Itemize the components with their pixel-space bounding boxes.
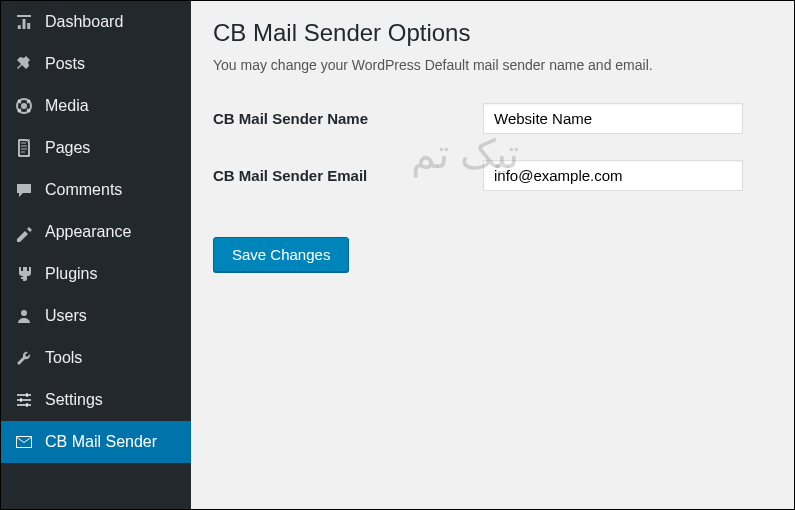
sender-name-input[interactable] — [483, 103, 743, 134]
svg-rect-9 — [26, 403, 28, 407]
svg-point-0 — [21, 103, 27, 109]
svg-rect-8 — [20, 398, 22, 402]
sidebar-item-plugins[interactable]: Plugins — [1, 253, 191, 295]
sidebar-item-label: Comments — [45, 181, 122, 199]
admin-sidebar: Dashboard Posts Media Pages Comments App… — [1, 1, 191, 509]
mail-icon — [13, 431, 35, 453]
tools-icon — [13, 347, 35, 369]
svg-rect-2 — [19, 140, 29, 156]
sidebar-item-label: Dashboard — [45, 13, 123, 31]
sidebar-item-label: Tools — [45, 349, 82, 367]
sidebar-item-label: CB Mail Sender — [45, 433, 157, 451]
sidebar-item-dashboard[interactable]: Dashboard — [1, 1, 191, 43]
media-icon — [13, 95, 35, 117]
sidebar-item-media[interactable]: Media — [1, 85, 191, 127]
sidebar-item-cb-mail-sender[interactable]: CB Mail Sender — [1, 421, 191, 463]
sender-email-row: CB Mail Sender Email — [213, 160, 772, 191]
sidebar-item-label: Posts — [45, 55, 85, 73]
comments-icon — [13, 179, 35, 201]
sidebar-item-comments[interactable]: Comments — [1, 169, 191, 211]
sender-email-input[interactable] — [483, 160, 743, 191]
page-title: CB Mail Sender Options — [213, 19, 772, 47]
sidebar-item-pages[interactable]: Pages — [1, 127, 191, 169]
svg-point-3 — [21, 310, 27, 316]
svg-rect-4 — [17, 394, 31, 396]
sidebar-item-label: Appearance — [45, 223, 131, 241]
sidebar-item-tools[interactable]: Tools — [1, 337, 191, 379]
sidebar-item-label: Media — [45, 97, 89, 115]
sidebar-item-label: Plugins — [45, 265, 97, 283]
pin-icon — [13, 53, 35, 75]
sender-name-row: CB Mail Sender Name — [213, 103, 772, 134]
sidebar-item-appearance[interactable]: Appearance — [1, 211, 191, 253]
main-content: CB Mail Sender Options You may change yo… — [191, 1, 794, 509]
pages-icon — [13, 137, 35, 159]
sender-name-label: CB Mail Sender Name — [213, 110, 483, 127]
settings-icon — [13, 389, 35, 411]
save-button[interactable]: Save Changes — [213, 237, 349, 272]
sidebar-item-label: Pages — [45, 139, 90, 157]
dashboard-icon — [13, 11, 35, 33]
page-description: You may change your WordPress Default ma… — [213, 57, 772, 73]
sidebar-item-users[interactable]: Users — [1, 295, 191, 337]
svg-rect-7 — [26, 393, 28, 397]
sidebar-item-settings[interactable]: Settings — [1, 379, 191, 421]
svg-rect-5 — [17, 399, 31, 401]
sidebar-item-label: Users — [45, 307, 87, 325]
sidebar-item-label: Settings — [45, 391, 103, 409]
svg-rect-6 — [17, 404, 31, 406]
sidebar-item-posts[interactable]: Posts — [1, 43, 191, 85]
users-icon — [13, 305, 35, 327]
sender-email-label: CB Mail Sender Email — [213, 167, 483, 184]
plugins-icon — [13, 263, 35, 285]
appearance-icon — [13, 221, 35, 243]
